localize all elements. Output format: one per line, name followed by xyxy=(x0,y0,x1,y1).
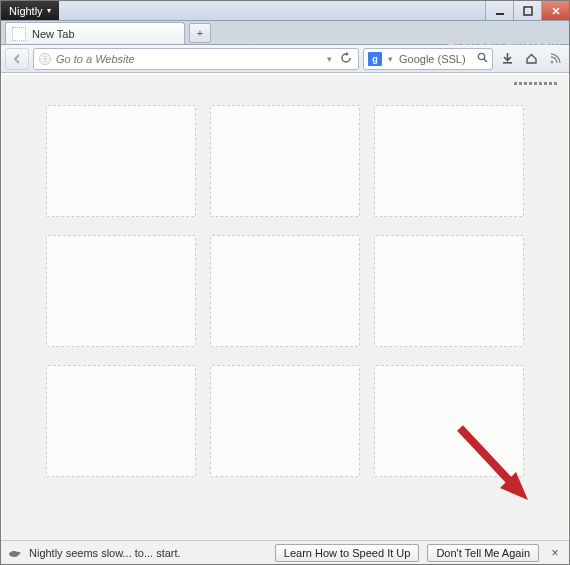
search-icon xyxy=(477,52,488,63)
window-titlebar: Nightly ▾ xyxy=(1,1,569,21)
feed-button[interactable] xyxy=(545,48,565,70)
titlebar-spacer xyxy=(59,1,485,20)
app-menu-button[interactable]: Nightly ▾ xyxy=(1,1,59,20)
notification-message: Nightly seems slow... to... start. xyxy=(29,547,267,559)
search-label: Google (SSL) xyxy=(399,53,473,65)
app-menu-label: Nightly xyxy=(9,5,43,17)
empty-tile[interactable] xyxy=(374,365,524,477)
empty-tile[interactable] xyxy=(374,235,524,347)
maximize-button[interactable] xyxy=(513,1,541,20)
svg-rect-5 xyxy=(503,62,512,64)
home-button[interactable] xyxy=(521,48,541,70)
reload-button[interactable] xyxy=(338,52,354,66)
home-icon xyxy=(525,52,538,65)
close-icon xyxy=(551,6,561,16)
svg-rect-0 xyxy=(496,13,504,15)
chevron-down-icon: ▾ xyxy=(47,6,51,15)
downloads-button[interactable] xyxy=(497,48,517,70)
url-input[interactable] xyxy=(56,53,321,65)
turtle-icon xyxy=(7,546,21,560)
tab-label: New Tab xyxy=(32,28,75,40)
search-engine-icon[interactable]: g xyxy=(368,52,382,66)
arrow-left-icon xyxy=(11,53,23,65)
tab-favicon xyxy=(12,27,26,41)
url-history-dropdown[interactable]: ▾ xyxy=(325,54,334,64)
empty-tile[interactable] xyxy=(210,365,360,477)
tab-new-tab[interactable]: New Tab xyxy=(5,22,185,44)
search-go-button[interactable] xyxy=(477,52,488,65)
notification-bar: Nightly seems slow... to... start. Learn… xyxy=(1,540,569,564)
close-window-button[interactable] xyxy=(541,1,569,20)
tiles-grid xyxy=(2,105,568,477)
empty-tile[interactable] xyxy=(210,235,360,347)
minimize-icon xyxy=(495,6,505,16)
learn-more-button[interactable]: Learn How to Speed It Up xyxy=(275,544,420,562)
maximize-icon xyxy=(523,6,533,16)
empty-tile[interactable] xyxy=(46,105,196,217)
rss-icon xyxy=(549,52,562,65)
empty-tile[interactable] xyxy=(210,105,360,217)
notification-close-button[interactable]: × xyxy=(547,546,563,560)
empty-tile[interactable] xyxy=(374,105,524,217)
tab-strip: New Tab + xyxy=(1,21,569,45)
new-tab-button[interactable]: + xyxy=(189,23,211,43)
minimize-button[interactable] xyxy=(485,1,513,20)
search-bar[interactable]: g ▾ Google (SSL) xyxy=(363,48,493,70)
back-button[interactable] xyxy=(5,48,29,70)
svg-rect-1 xyxy=(524,7,532,15)
newtab-page xyxy=(2,75,568,540)
toggle-tiles-button[interactable] xyxy=(513,81,558,86)
svg-line-4 xyxy=(484,59,487,62)
plus-icon: + xyxy=(197,27,203,39)
svg-point-10 xyxy=(18,551,21,554)
svg-point-9 xyxy=(9,551,19,557)
reload-icon xyxy=(340,52,352,64)
globe-icon xyxy=(38,52,52,66)
download-icon xyxy=(501,52,514,65)
nav-toolbar: BrowserFame.com ▾ g ▾ Google (SSL) xyxy=(1,45,569,73)
search-engine-dropdown[interactable]: ▾ xyxy=(386,54,395,64)
url-bar[interactable]: ▾ xyxy=(33,48,359,70)
empty-tile[interactable] xyxy=(46,235,196,347)
dont-tell-again-button[interactable]: Don't Tell Me Again xyxy=(427,544,539,562)
empty-tile[interactable] xyxy=(46,365,196,477)
svg-point-3 xyxy=(478,53,484,59)
svg-point-6 xyxy=(550,61,553,64)
